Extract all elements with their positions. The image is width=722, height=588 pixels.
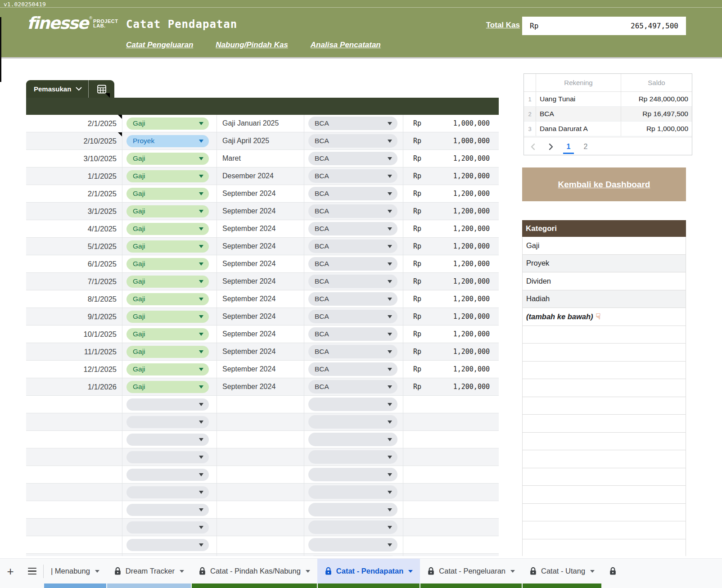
add-sheet-button[interactable]: + <box>0 559 21 583</box>
tanggal-cell[interactable]: 2/1/2025 <box>26 115 122 132</box>
nominal-cell[interactable]: Rp1,200,000 <box>403 150 499 167</box>
nominal-cell[interactable]: Rp1,200,000 <box>403 308 499 325</box>
kategori-dropdown[interactable] <box>126 469 209 481</box>
total-kas-link[interactable]: Total Kas <box>486 21 520 30</box>
rekening-dropdown[interactable]: BCA <box>308 345 397 358</box>
tanggal-cell[interactable] <box>26 448 122 466</box>
nominal-cell[interactable]: Rp1,200,000 <box>403 255 499 272</box>
kategori-dropdown[interactable] <box>126 416 209 428</box>
kategori-dropdown[interactable]: Gaji <box>126 328 209 340</box>
tanggal-cell[interactable]: 11/1/2025 <box>26 343 122 360</box>
kategori-dropdown[interactable]: Gaji <box>126 276 209 288</box>
tanggal-cell[interactable] <box>26 501 122 518</box>
tanggal-cell[interactable]: 3/10/2025 <box>26 150 122 167</box>
kategori-dropdown[interactable]: Gaji <box>126 188 209 200</box>
kategori-dropdown[interactable] <box>126 434 209 446</box>
nominal-cell[interactable] <box>403 431 499 448</box>
rekening-dropdown[interactable] <box>308 538 397 552</box>
rekening-dropdown[interactable]: BCA <box>308 362 397 376</box>
rincian-cell[interactable]: September 2024 <box>217 326 304 343</box>
rincian-cell[interactable]: September 2024 <box>217 308 304 325</box>
rekening-dropdown[interactable] <box>308 520 397 534</box>
tanggal-cell[interactable] <box>26 484 122 501</box>
rekening-dropdown[interactable] <box>308 450 397 464</box>
nominal-cell[interactable] <box>403 396 499 413</box>
rincian-cell[interactable] <box>217 413 304 430</box>
page-number-1[interactable]: 1 <box>560 143 577 151</box>
tanggal-cell[interactable]: 1/1/2025 <box>26 167 122 185</box>
rekening-dropdown[interactable] <box>308 398 397 411</box>
rincian-cell[interactable]: September 2024 <box>217 273 304 290</box>
rekening-dropdown[interactable] <box>308 503 397 516</box>
all-sheets-menu-button[interactable] <box>21 559 43 583</box>
tanggal-cell[interactable]: 1/1/2026 <box>26 378 122 395</box>
kategori-empty-row[interactable] <box>522 344 686 362</box>
rincian-cell[interactable]: September 2024 <box>217 203 304 220</box>
tanggal-cell[interactable]: 5/1/2025 <box>26 238 122 255</box>
kategori-empty-row[interactable] <box>522 450 686 468</box>
spreadsheet-grid-icon[interactable] <box>97 85 107 94</box>
nominal-cell[interactable] <box>403 519 499 536</box>
kategori-empty-row[interactable] <box>522 397 686 415</box>
kategori-dropdown[interactable]: Proyek <box>126 135 209 147</box>
rincian-cell[interactable]: September 2024 <box>217 238 304 255</box>
rekening-dropdown[interactable]: BCA <box>308 222 397 235</box>
kategori-item[interactable]: Proyek <box>522 255 686 273</box>
kategori-item[interactable]: Hadiah <box>522 290 686 308</box>
rincian-cell[interactable] <box>217 554 304 556</box>
rincian-cell[interactable] <box>217 536 304 553</box>
kategori-empty-row[interactable] <box>522 468 686 486</box>
rekening-dropdown[interactable]: BCA <box>308 204 397 218</box>
back-to-dashboard-button[interactable]: Kembali ke Dashboard <box>522 167 686 201</box>
tanggal-cell[interactable] <box>26 431 122 448</box>
rekening-dropdown[interactable]: BCA <box>308 275 397 288</box>
kategori-empty-row[interactable] <box>522 362 686 380</box>
tanggal-cell[interactable]: 12/1/2025 <box>26 361 122 378</box>
sheet-tab-catat-pendapatan[interactable]: Catat - Pendapatan <box>317 559 420 583</box>
rincian-cell[interactable] <box>217 484 304 501</box>
kategori-dropdown[interactable] <box>126 521 209 534</box>
tanggal-cell[interactable]: 2/10/2025 <box>26 132 122 149</box>
sheet-tab-dream-tracker[interactable]: Dream Tracker <box>107 559 191 583</box>
kategori-dropdown[interactable]: Gaji <box>126 205 209 217</box>
rincian-cell[interactable] <box>217 501 304 518</box>
rekening-dropdown[interactable]: BCA <box>308 187 397 200</box>
tanggal-cell[interactable] <box>26 396 122 413</box>
pemasukan-dropdown-button[interactable]: Pemasukan <box>26 80 114 98</box>
rincian-cell[interactable] <box>217 466 304 483</box>
rincian-cell[interactable]: Desember 2024 <box>217 167 304 185</box>
kategori-dropdown[interactable] <box>126 398 209 411</box>
rekening-dropdown[interactable] <box>308 433 397 446</box>
kategori-dropdown[interactable] <box>126 504 209 516</box>
tanggal-cell[interactable]: 8/1/2025 <box>26 290 122 308</box>
nominal-cell[interactable]: Rp1,200,000 <box>403 290 499 308</box>
tanggal-cell[interactable] <box>26 554 122 556</box>
kategori-dropdown[interactable]: Gaji <box>126 118 209 130</box>
rekening-dropdown[interactable]: BCA <box>308 134 397 148</box>
tanggal-cell[interactable]: 3/1/2025 <box>26 203 122 220</box>
kategori-empty-row[interactable] <box>522 379 686 397</box>
rincian-cell[interactable]: September 2024 <box>217 290 304 308</box>
rincian-cell[interactable]: Gaji April 2025 <box>217 132 304 149</box>
rekening-dropdown[interactable]: BCA <box>308 117 397 130</box>
nominal-cell[interactable]: Rp1,200,000 <box>403 361 499 378</box>
nominal-cell[interactable]: Rp1,200,000 <box>403 167 499 185</box>
rincian-cell[interactable]: Gaji Januari 2025 <box>217 115 304 132</box>
nominal-cell[interactable]: Rp1,200,000 <box>403 220 499 237</box>
kategori-empty-row[interactable] <box>522 326 686 344</box>
kategori-item[interactable]: Gaji <box>522 237 686 255</box>
nominal-cell[interactable]: Rp1,200,000 <box>403 238 499 255</box>
rekening-dropdown[interactable]: BCA <box>308 310 397 323</box>
rekening-dropdown[interactable]: BCA <box>308 257 397 271</box>
rincian-cell[interactable] <box>217 396 304 413</box>
nominal-cell[interactable] <box>403 484 499 501</box>
rincian-cell[interactable]: September 2024 <box>217 220 304 237</box>
rekening-dropdown[interactable]: BCA <box>308 240 397 253</box>
nominal-cell[interactable] <box>403 413 499 430</box>
kategori-dropdown[interactable] <box>126 451 209 463</box>
tanggal-cell[interactable] <box>26 466 122 483</box>
nav-link[interactable]: Catat Pengeluaran <box>126 41 193 50</box>
kategori-empty-row[interactable] <box>522 486 686 504</box>
rekening-dropdown[interactable]: BCA <box>308 169 397 183</box>
kategori-empty-row[interactable] <box>522 539 686 556</box>
